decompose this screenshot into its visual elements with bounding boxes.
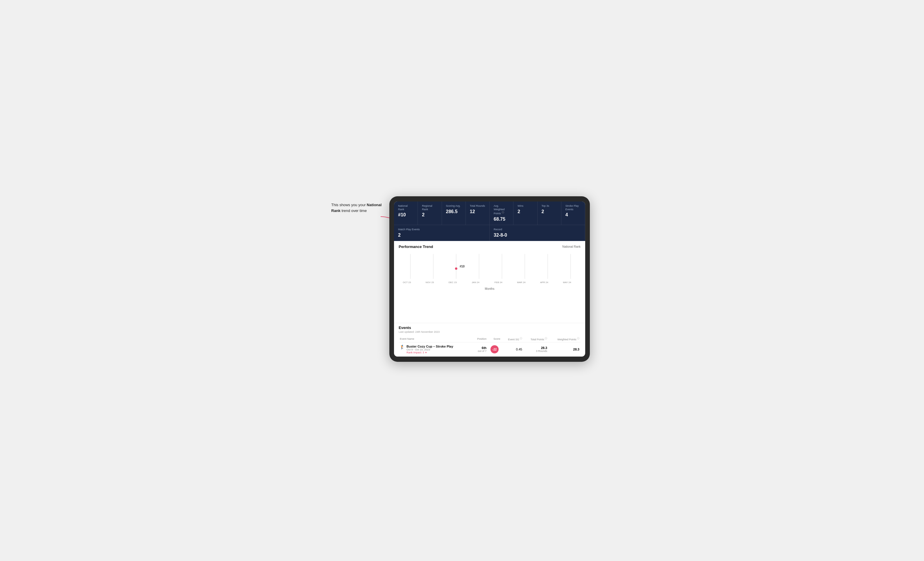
stat-total-rounds: Total Rounds 12 xyxy=(466,202,490,225)
svg-text:OCT 23: OCT 23 xyxy=(403,281,411,284)
svg-text:DEC 23: DEC 23 xyxy=(448,281,457,284)
stat-top3s: Top 3s 2 xyxy=(537,202,561,225)
svg-text:MAR 24: MAR 24 xyxy=(517,281,526,284)
stat-avg-weighted: Avg. Weighted Points ⓘ 68.75 xyxy=(490,202,513,225)
col-total-points: Total Points ⓘ xyxy=(523,336,548,343)
events-title: Events xyxy=(399,326,580,330)
score-badge: -22 xyxy=(490,345,499,353)
svg-text:MAY 24: MAY 24 xyxy=(563,281,571,284)
stat-stroke-play: Stroke Play Events 4 xyxy=(561,202,585,225)
event-rank-impact: Rank Impact: 3 ▼ xyxy=(406,351,453,354)
col-event-sg: Event SG ⓘ xyxy=(501,336,523,343)
chart-x-label: Months xyxy=(399,287,580,290)
rank-impact-direction: ▼ xyxy=(425,352,427,354)
performance-header: Performance Trend National Rank xyxy=(399,244,580,249)
stat-wins: Wins 2 xyxy=(513,202,537,225)
tablet-frame: National Rank #10 Regional Rank 2 Scorin… xyxy=(389,196,590,362)
events-last-updated: Last updated: 24th November 2023 xyxy=(399,331,580,334)
chart-svg: #10 OCT 23 NOV 23 DEC 23 JAN 24 FEB 24 M… xyxy=(399,251,580,286)
event-total-rounds: 3 Rounds xyxy=(525,350,547,353)
scene: This shows you your National Rank trend … xyxy=(331,196,593,365)
event-name-main: Buster Cozy Cup – Stroke Play xyxy=(406,345,453,348)
svg-point-9 xyxy=(455,268,458,270)
svg-text:NOV 23: NOV 23 xyxy=(426,281,434,284)
annotation-text: This shows you your National Rank trend … xyxy=(331,203,381,213)
svg-text:FEB 24: FEB 24 xyxy=(495,281,502,284)
svg-text:JAN 24: JAN 24 xyxy=(472,281,479,284)
col-event-name: Event Name xyxy=(399,336,472,343)
event-weighted-points: 28.3 xyxy=(549,347,579,351)
event-sg-value: 0.45 xyxy=(502,347,522,351)
event-name-cell: 🏌️ Buster Cozy Cup – Stroke Play Oct 9 -… xyxy=(399,343,472,357)
event-position-cell: 6th out of 7 xyxy=(472,343,488,357)
event-position-sub: out of 7 xyxy=(473,350,486,353)
stat-match-play: Match Play Events 2 xyxy=(394,225,490,241)
event-position: 6th xyxy=(473,346,486,350)
annotation-bold: National Rank xyxy=(331,203,381,213)
events-table-body: 🏌️ Buster Cozy Cup – Stroke Play Oct 9 -… xyxy=(399,343,580,357)
col-position: Position xyxy=(472,336,488,343)
stat-national-rank: National Rank #10 xyxy=(394,202,418,225)
stat-scoring-avg: Scoring Avg. 286.5 xyxy=(442,202,466,225)
col-score: Score xyxy=(488,336,501,343)
events-table-head: Event Name Position Score Event SG ⓘ Tot… xyxy=(399,336,580,343)
performance-legend: National Rank xyxy=(562,245,580,248)
event-total-points: 28.3 xyxy=(525,346,547,350)
event-icon: 🏌️ xyxy=(400,345,405,349)
event-date: Oct 9 - Oct 10, 2023 xyxy=(406,348,453,351)
col-weighted-points: Weighted Points ⓘ xyxy=(548,336,580,343)
events-table: Event Name Position Score Event SG ⓘ Tot… xyxy=(399,336,580,357)
event-weighted-cell: 28.3 xyxy=(548,343,580,357)
event-sg-cell: 0.45 xyxy=(501,343,523,357)
stat-regional-rank: Regional Rank 2 xyxy=(418,202,442,225)
performance-chart: #10 OCT 23 NOV 23 DEC 23 JAN 24 FEB 24 M… xyxy=(399,251,580,286)
annotation: This shows you your National Rank trend … xyxy=(331,202,384,214)
table-row: 🏌️ Buster Cozy Cup – Stroke Play Oct 9 -… xyxy=(399,343,580,357)
stats-header: National Rank #10 Regional Rank 2 Scorin… xyxy=(394,202,585,241)
svg-text:APR 24: APR 24 xyxy=(540,281,548,284)
performance-section: Performance Trend National Rank xyxy=(394,241,585,323)
performance-title: Performance Trend xyxy=(399,244,433,249)
event-score-cell: -22 xyxy=(488,343,501,357)
svg-text:#10: #10 xyxy=(460,265,465,268)
events-section: Events Last updated: 24th November 2023 … xyxy=(394,323,585,357)
event-total-cell: 28.3 3 Rounds xyxy=(523,343,548,357)
tablet-screen: National Rank #10 Regional Rank 2 Scorin… xyxy=(394,202,585,357)
stat-record: Record 32-8-0 xyxy=(490,225,585,241)
